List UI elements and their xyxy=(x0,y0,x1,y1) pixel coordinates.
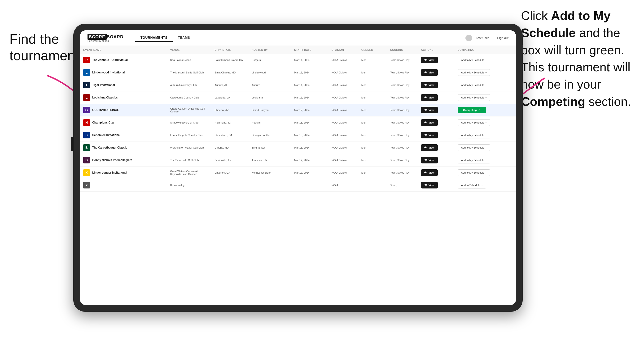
logo-sub: Powered by clippd xyxy=(88,40,109,42)
col-start-date: START DATE xyxy=(291,46,328,54)
team-logo: S xyxy=(83,132,90,138)
scoring-cell: Team, Stroke Play xyxy=(387,116,418,129)
city-state-cell: Richmond, TX xyxy=(211,116,248,129)
view-button[interactable]: 👁 View xyxy=(421,169,438,176)
add-to-schedule-button[interactable]: Add to My Schedule + xyxy=(458,119,490,126)
hosted-by-cell: Georgia Southern xyxy=(248,129,291,142)
venue-cell: Sea Palms Resort xyxy=(167,54,212,66)
team-logo: T xyxy=(83,82,90,88)
view-button[interactable]: 👁 View xyxy=(421,69,438,76)
competing-cell: Add to My Schedule + xyxy=(454,91,516,104)
team-logo: B xyxy=(83,157,90,164)
table-container: EVENT NAME VENUE CITY, STATE HOSTED BY S… xyxy=(80,46,516,305)
eye-icon: 👁 xyxy=(424,134,427,137)
add-to-schedule-button[interactable]: Add to Schedule + xyxy=(458,182,486,188)
add-to-schedule-button[interactable]: Add to My Schedule + xyxy=(458,82,490,88)
add-to-schedule-button[interactable]: Add to My Schedule + xyxy=(458,132,490,138)
event-name-text: The Johnnie - O Individual xyxy=(92,58,128,62)
gender-cell: Men xyxy=(358,116,387,129)
header-right: Test User | Sign out xyxy=(466,35,508,41)
view-button[interactable]: 👁 View xyxy=(421,94,438,101)
logo-area: SCOREBOARD Powered by clippd xyxy=(88,33,124,42)
venue-cell: Grand Canyon University Golf Course xyxy=(167,104,212,116)
city-state-cell: Auburn, AL xyxy=(211,79,248,91)
team-logo: ? xyxy=(83,182,90,188)
division-cell: NCAA Division I xyxy=(328,66,358,79)
start-date-cell: Mar 11, 2024 xyxy=(291,54,328,66)
add-to-schedule-button[interactable]: Add to My Schedule + xyxy=(458,144,490,151)
venue-cell: Great Waters Course At Reynolds Lake Oco… xyxy=(167,167,212,179)
hosted-by-cell xyxy=(248,179,291,191)
tab-teams[interactable]: TEAMS xyxy=(173,34,195,42)
view-button[interactable]: 👁 View xyxy=(421,144,438,151)
user-name: Test User xyxy=(476,36,489,40)
plus-icon: + xyxy=(485,96,487,99)
venue-cell: The Sevierville Golf Club xyxy=(167,154,212,167)
start-date-cell: Mar 16, 2024 xyxy=(291,142,328,154)
start-date-cell: Mar 15, 2024 xyxy=(291,129,328,142)
separator: | xyxy=(493,36,493,40)
tournaments-table: EVENT NAME VENUE CITY, STATE HOSTED BY S… xyxy=(80,46,516,191)
start-date-cell: Mar 11, 2024 xyxy=(291,66,328,79)
actions-cell: 👁 View xyxy=(418,79,454,91)
event-name-text: GCU INVITATIONAL xyxy=(92,108,119,112)
team-logo: K xyxy=(83,169,90,176)
eye-icon: 👁 xyxy=(424,121,427,124)
view-button[interactable]: 👁 View xyxy=(421,119,438,126)
event-name-cell: K Linger Longer Invitational xyxy=(80,167,167,179)
competing-cell: Competing ✓ xyxy=(454,104,516,116)
event-name-text: Tiger Invitational xyxy=(92,83,115,87)
eye-icon: 👁 xyxy=(424,83,427,87)
scoring-cell: Team, Stroke Play xyxy=(387,91,418,104)
competing-cell: Add to My Schedule + xyxy=(454,167,516,179)
add-to-schedule-button[interactable]: Add to My Schedule + xyxy=(458,169,490,176)
view-button[interactable]: 👁 View xyxy=(421,157,438,164)
table-row: R The Johnnie - O Individual Sea Palms R… xyxy=(80,54,516,66)
user-avatar xyxy=(466,35,472,41)
table-row: H Champions Cup Shadow Hawk Golf ClubRic… xyxy=(80,116,516,129)
add-to-schedule-button[interactable]: Add to My Schedule + xyxy=(458,69,490,76)
logo-board: BOARD xyxy=(107,34,124,39)
scoring-cell: Team, Stroke Play xyxy=(387,54,418,66)
venue-cell: The Missouri Bluffs Golf Club xyxy=(167,66,212,79)
view-button[interactable]: 👁 View xyxy=(421,57,438,63)
venue-cell: Brook Valley xyxy=(167,179,212,191)
eye-icon: 👁 xyxy=(424,108,427,112)
col-hosted-by: HOSTED BY xyxy=(248,46,291,54)
view-button[interactable]: 👁 View xyxy=(421,82,438,88)
event-name-cell: H Champions Cup xyxy=(80,116,167,129)
actions-cell: 👁 View xyxy=(418,129,454,142)
gender-cell: Men xyxy=(358,167,387,179)
start-date-cell: Mar 12, 2024 xyxy=(291,104,328,116)
view-button[interactable]: 👁 View xyxy=(421,132,438,138)
gender-cell: Men xyxy=(358,79,387,91)
competing-cell: Add to My Schedule + xyxy=(454,79,516,91)
tab-tournaments[interactable]: TOURNAMENTS xyxy=(135,34,173,42)
eye-icon: 👁 xyxy=(424,58,427,62)
add-to-schedule-button[interactable]: Add to My Schedule + xyxy=(458,94,490,101)
table-row: T Tiger Invitational Auburn University C… xyxy=(80,79,516,91)
col-scoring: SCORING xyxy=(387,46,418,54)
view-button[interactable]: 👁 View xyxy=(421,182,438,188)
competing-button[interactable]: Competing ✓ xyxy=(458,107,486,113)
division-cell: NCAA xyxy=(328,179,358,191)
competing-cell: Add to Schedule + xyxy=(454,179,516,191)
scoring-cell: Team, Stroke Play xyxy=(387,66,418,79)
hosted-by-cell: Louisiana xyxy=(248,91,291,104)
tablet-screen: SCOREBOARD Powered by clippd TOURNAMENTS… xyxy=(80,30,516,305)
add-to-schedule-button[interactable]: Add to My Schedule + xyxy=(458,157,490,164)
view-button[interactable]: 👁 View xyxy=(421,107,438,113)
eye-icon: 👁 xyxy=(424,71,427,74)
event-name-cell: L Louisiana Classics xyxy=(80,91,167,104)
col-actions: ACTIONS xyxy=(418,46,454,54)
eye-icon: 👁 xyxy=(424,159,427,162)
eye-icon: 👁 xyxy=(424,183,427,187)
table-row: S Schenkel Invitational Forest Heights C… xyxy=(80,129,516,142)
col-division: DIVISION xyxy=(328,46,358,54)
add-to-schedule-button[interactable]: Add to My Schedule + xyxy=(458,57,490,63)
sign-out-link[interactable]: Sign out xyxy=(497,36,508,40)
division-cell: NCAA Division I xyxy=(328,79,358,91)
event-name-text: The Carpetbagger Classic xyxy=(92,146,127,149)
city-state-cell: Saint Charles, MO xyxy=(211,66,248,79)
venue-cell: Oakbourne Country Club xyxy=(167,91,212,104)
